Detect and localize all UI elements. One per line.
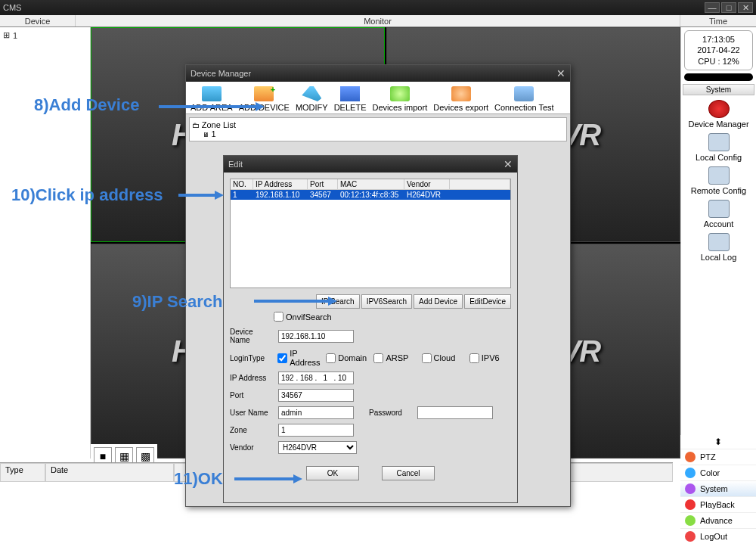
menu-logout[interactable]: LogOut [680, 528, 756, 544]
clock-date: 2017-04-22 [688, 45, 749, 55]
remote-config-icon [708, 166, 730, 185]
sys-local-config[interactable]: Local Config [681, 133, 756, 162]
menu-ptz[interactable]: PTZ [680, 449, 756, 465]
arrow-11 [234, 474, 302, 483]
zone-input[interactable] [278, 424, 354, 437]
annotation-9: 9)IP Search [132, 292, 222, 312]
color-icon [685, 468, 696, 478]
edit-title: Edit [228, 160, 243, 169]
login-ip-checkbox[interactable]: IP Address [277, 349, 320, 367]
device-name-input[interactable] [278, 330, 354, 343]
edit-close-icon[interactable]: ✕ [503, 158, 513, 170]
add-area-icon [202, 86, 222, 101]
col-ip[interactable]: IP Address [253, 179, 308, 189]
import-button[interactable]: Devices import [369, 86, 430, 112]
port-input[interactable] [278, 389, 354, 402]
label-password: Password [369, 409, 411, 417]
col-vendor[interactable]: Vendor [404, 179, 450, 189]
dm-title: Device Manager [191, 69, 251, 78]
dm-close-icon[interactable]: ✕ [556, 67, 565, 79]
label-logintype: LoginType [230, 354, 271, 362]
close-button[interactable]: ✕ [738, 2, 753, 13]
conn-test-icon [514, 86, 534, 101]
advance-icon [685, 515, 696, 526]
vendor-select[interactable]: H264DVR [278, 441, 357, 454]
ptz-icon [685, 452, 696, 462]
label-zone: Zone [230, 426, 272, 434]
minimize-button[interactable]: — [705, 2, 720, 13]
monitor-col-header: Monitor [76, 15, 680, 26]
zone-list[interactable]: Zone List 1 [189, 117, 567, 141]
menu-system[interactable]: System [680, 480, 756, 496]
device-tree-root[interactable]: 1 [3, 30, 87, 40]
clock-time: 17:13:05 [688, 34, 749, 45]
clock-box: 17:13:05 2017-04-22 CPU : 12% [684, 30, 753, 70]
label-ipaddr: IP Address [230, 374, 272, 382]
login-arsp-checkbox[interactable]: ARSP [373, 353, 415, 363]
sys-account[interactable]: Account [681, 200, 756, 228]
annotation-10: 10)Click ip address [11, 185, 163, 205]
label-user: User Name [230, 409, 272, 417]
sys-remote-config[interactable]: Remote Config [681, 166, 756, 195]
menu-playback[interactable]: PlayBack [680, 496, 756, 512]
maximize-button[interactable]: □ [721, 2, 736, 13]
zone-item-1[interactable]: 1 [203, 129, 564, 138]
svg-marker-1 [256, 102, 265, 111]
login-ipv6-checkbox[interactable]: IPV6 [469, 353, 511, 363]
import-icon [390, 86, 410, 101]
col-no[interactable]: NO. [231, 179, 253, 189]
account-icon [708, 200, 730, 218]
svg-marker-3 [328, 297, 337, 306]
arrow-9 [254, 297, 337, 306]
onvif-checkbox[interactable]: OnvifSearch [274, 312, 332, 322]
right-panel: 17:13:05 2017-04-22 CPU : 12% System Dev… [680, 27, 756, 459]
right-bottom-menu: ⬍ PTZ Color System PlayBack Advance LogO… [680, 435, 756, 544]
device-col-header: Device [0, 15, 76, 26]
login-domain-checkbox[interactable]: Domain [326, 353, 367, 363]
logout-icon [685, 531, 696, 542]
export-icon [451, 86, 471, 101]
device-row-1[interactable]: 1 192.168.1.10 34567 00:12:13:4f:c8:35 H… [231, 190, 510, 200]
col-port[interactable]: Port [308, 179, 338, 189]
edit-dialog: Edit ✕ NO. IP Address Port MAC Vendor 1 … [223, 155, 518, 503]
delete-icon [340, 86, 360, 101]
arrow-8 [159, 102, 265, 111]
menu-advance[interactable]: Advance [680, 512, 756, 528]
local-log-icon [708, 233, 730, 251]
device-manager-icon [708, 100, 730, 118]
sys-device-manager[interactable]: Device Manager [681, 100, 756, 129]
sys-local-log[interactable]: Local Log [681, 233, 756, 262]
svg-marker-7 [293, 474, 302, 483]
system-header: System [683, 84, 754, 95]
username-input[interactable] [278, 406, 354, 419]
device-panel: 1 [0, 27, 91, 459]
password-input[interactable] [417, 406, 493, 419]
menu-color[interactable]: Color [680, 465, 756, 480]
ip-address-input[interactable] [278, 371, 354, 384]
conn-test-button[interactable]: Connection Test [491, 86, 557, 112]
delete-button[interactable]: DELETE [331, 86, 370, 112]
clock-cpu: CPU : 12% [688, 56, 749, 67]
system-black-bar [684, 73, 753, 81]
add-device-btn[interactable]: Add Device [414, 294, 463, 309]
local-config-icon [708, 133, 730, 151]
label-port: Port [230, 391, 272, 399]
cancel-button[interactable]: Cancel [382, 466, 435, 480]
svg-marker-5 [215, 191, 224, 200]
ok-button[interactable]: OK [306, 466, 359, 480]
log-type-header: Type [0, 463, 45, 482]
arrow-10 [178, 191, 224, 200]
export-button[interactable]: Devices export [430, 86, 491, 112]
scroll-arrows[interactable]: ⬍ [680, 435, 756, 449]
log-date-header: Date [45, 463, 174, 482]
label-devname: Device Name [230, 328, 272, 344]
ipv6-search-button[interactable]: IPV6Search [361, 294, 412, 309]
edit-device-btn[interactable]: EditDevice [464, 294, 511, 309]
device-ip-grid: NO. IP Address Port MAC Vendor 1 192.168… [230, 179, 511, 288]
modify-button[interactable]: MODIFY [293, 86, 331, 112]
col-mac[interactable]: MAC [338, 179, 404, 189]
label-vendor: Vendor [230, 443, 272, 452]
annotation-11: 11)OK [174, 469, 223, 489]
login-cloud-checkbox[interactable]: Cloud [422, 353, 463, 363]
zone-list-title: Zone List [192, 120, 564, 129]
